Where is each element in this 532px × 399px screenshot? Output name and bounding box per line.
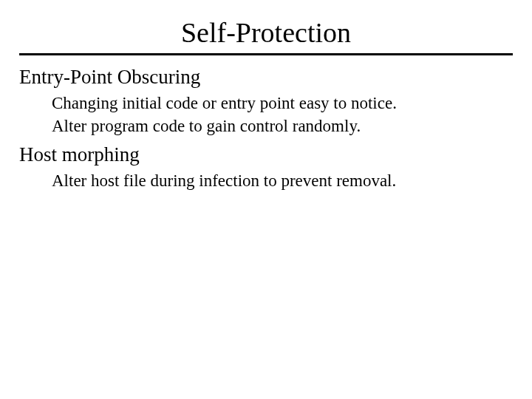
section-heading: Host morphing bbox=[19, 143, 513, 166]
body-line: Alter program code to gain control rando… bbox=[52, 115, 513, 137]
section-heading: Entry-Point Obscuring bbox=[19, 66, 513, 89]
body-line: Changing initial code or entry point eas… bbox=[52, 92, 513, 115]
slide: Self-Protection Entry-Point Obscuring Ch… bbox=[0, 16, 532, 399]
body-line: Alter host file during infection to prev… bbox=[52, 169, 513, 192]
slide-title: Self-Protection bbox=[0, 16, 532, 49]
title-underline bbox=[19, 53, 513, 55]
slide-body: Entry-Point Obscuring Changing initial c… bbox=[0, 66, 532, 192]
